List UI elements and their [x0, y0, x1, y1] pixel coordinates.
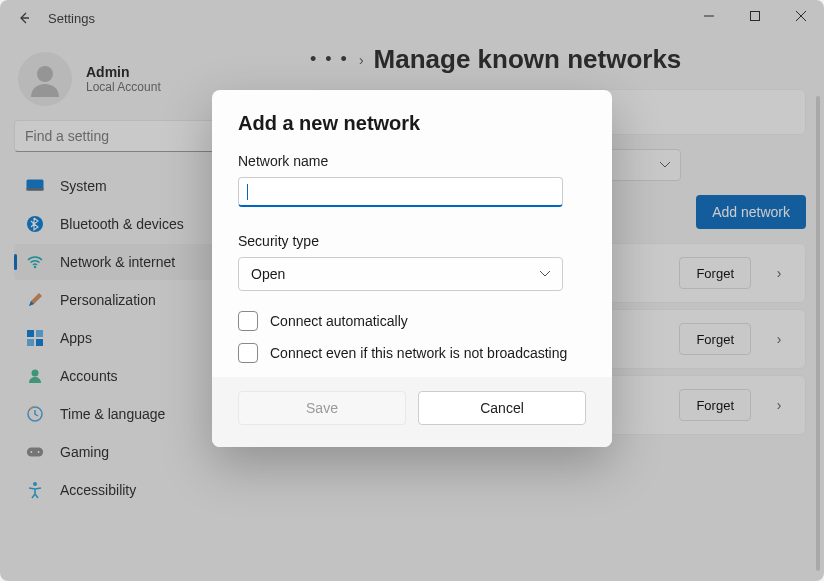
save-button[interactable]: Save	[238, 391, 406, 425]
cancel-button[interactable]: Cancel	[418, 391, 586, 425]
network-name-input[interactable]	[238, 177, 563, 207]
modal-overlay: Add a new network Network name Security …	[0, 0, 824, 581]
dialog-title: Add a new network	[238, 112, 586, 135]
security-type-dropdown[interactable]: Open	[238, 257, 563, 291]
text-caret	[247, 184, 248, 200]
connect-automatically-label: Connect automatically	[270, 313, 408, 329]
network-name-label: Network name	[238, 153, 586, 169]
add-network-dialog: Add a new network Network name Security …	[212, 90, 612, 447]
chevron-down-icon	[540, 271, 550, 277]
security-type-value: Open	[251, 266, 285, 282]
connect-hidden-checkbox[interactable]	[238, 343, 258, 363]
connect-hidden-label: Connect even if this network is not broa…	[270, 345, 567, 361]
connect-automatically-checkbox[interactable]	[238, 311, 258, 331]
security-type-label: Security type	[238, 233, 586, 249]
